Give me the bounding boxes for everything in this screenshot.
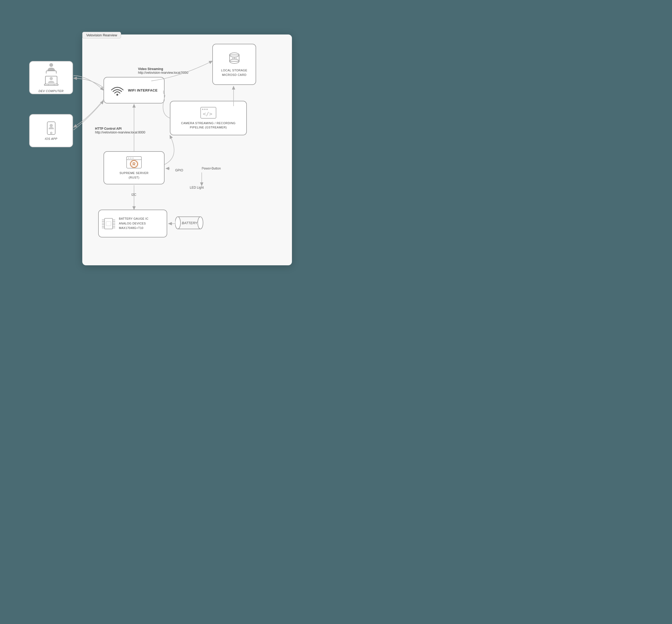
svg-point-21 bbox=[204, 108, 206, 110]
battery-cylinder-box: BATTERY bbox=[175, 212, 206, 233]
i2c-label: I2C bbox=[131, 193, 136, 197]
svg-point-0 bbox=[49, 63, 53, 67]
gpio-label: GPIO bbox=[175, 168, 183, 172]
dev-computer-icon bbox=[43, 76, 59, 87]
http-api-title: HTTP Control API bbox=[95, 127, 145, 131]
svg-point-28 bbox=[132, 158, 133, 159]
battery-gauge-label: BATTERY GAUGE ICANALOG DEVICESMAX17048G+… bbox=[119, 216, 148, 231]
svg-rect-1 bbox=[46, 71, 56, 74]
svg-rect-32 bbox=[105, 218, 113, 229]
laptop-icon bbox=[44, 63, 58, 74]
battery-cylinder-icon: BATTERY bbox=[175, 213, 206, 232]
power-button-label: Power Button bbox=[202, 166, 221, 170]
supreme-server-icon: R bbox=[126, 156, 142, 169]
supreme-server-box: R SUPREME SERVER(RUST) bbox=[103, 151, 165, 184]
supreme-server-label: SUPREME SERVER(RUST) bbox=[119, 171, 149, 180]
camera-pipeline-box: </> CAMERA STREAMING / RECORDINGPIPELINE… bbox=[170, 101, 247, 135]
local-storage-label: LOCAL STORAGEMICROSD CARD bbox=[221, 68, 247, 77]
http-api-url: http://velovision-rearview.local:8000 bbox=[95, 131, 145, 134]
camera-pipeline-label: CAMERA STREAMING / RECORDINGPIPELINE (GS… bbox=[181, 121, 235, 130]
svg-point-47 bbox=[175, 217, 180, 229]
svg-point-7 bbox=[50, 132, 52, 134]
svg-point-20 bbox=[202, 108, 204, 110]
ios-app-label: IOS APP bbox=[45, 137, 57, 140]
dev-computer-box: DEV COMPUTER bbox=[29, 61, 73, 94]
video-streaming-annotation: Video Streaming http://velovision-rearvi… bbox=[138, 67, 188, 75]
svg-text:R: R bbox=[132, 162, 135, 166]
window-title-bar: Velovision Rearview bbox=[82, 32, 121, 38]
svg-text:</>: </> bbox=[203, 111, 212, 117]
wifi-icon bbox=[110, 85, 124, 96]
svg-rect-5 bbox=[44, 84, 58, 85]
http-api-annotation: HTTP Control API http://velovision-rearv… bbox=[95, 127, 145, 134]
local-storage-icon bbox=[227, 52, 242, 66]
svg-point-27 bbox=[130, 158, 131, 159]
svg-point-48 bbox=[198, 217, 203, 229]
wifi-interface-box: WIFI INTERFACE bbox=[103, 77, 165, 103]
wifi-interface-label: WIFI INTERFACE bbox=[128, 88, 158, 92]
video-streaming-url: http://velovision-rearview.local:5000 bbox=[138, 71, 188, 75]
svg-point-26 bbox=[128, 158, 129, 159]
window-title: Velovision Rearview bbox=[86, 33, 117, 37]
svg-point-9 bbox=[117, 94, 118, 96]
ios-app-icon bbox=[47, 121, 56, 135]
dev-computer-label: DEV COMPUTER bbox=[39, 89, 64, 93]
svg-point-8 bbox=[50, 124, 53, 127]
svg-rect-45 bbox=[106, 222, 111, 226]
svg-text:BATTERY: BATTERY bbox=[182, 221, 198, 225]
battery-gauge-box: BATTERY GAUGE ICANALOG DEVICESMAX17048G+… bbox=[98, 210, 167, 237]
svg-point-22 bbox=[206, 108, 208, 110]
battery-gauge-icon bbox=[102, 216, 115, 232]
svg-point-4 bbox=[50, 77, 53, 80]
camera-pipeline-icon: </> bbox=[200, 107, 217, 119]
local-storage-box: LOCAL STORAGEMICROSD CARD bbox=[212, 44, 256, 85]
video-streaming-title: Video Streaming bbox=[138, 67, 188, 71]
ios-app-box: IOS APP bbox=[29, 114, 73, 147]
led-light-label: LED Light bbox=[190, 186, 204, 189]
